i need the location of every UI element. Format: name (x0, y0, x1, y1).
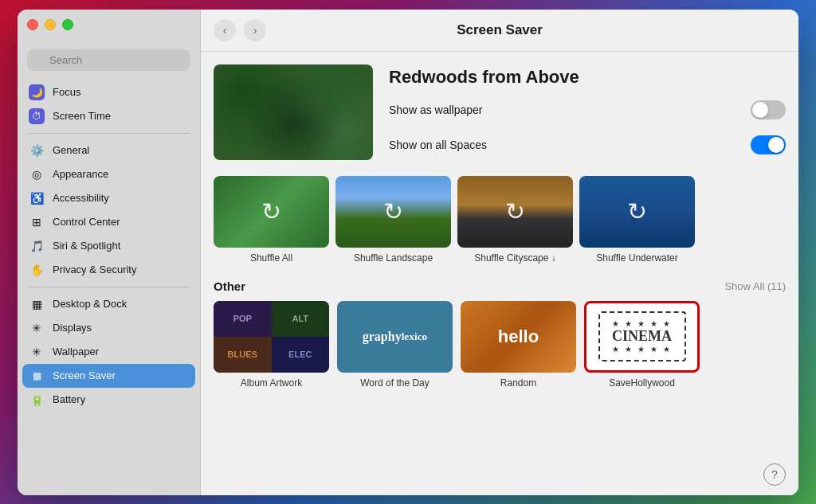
shuffle-cityscape-thumb: ↻ (457, 176, 573, 248)
random-thumb-inner: hello (461, 301, 576, 373)
help-button[interactable]: ? (763, 463, 786, 486)
siri-icon: 🎵 (29, 238, 45, 254)
sidebar-item-displays[interactable]: ✳ Displays (22, 316, 195, 340)
random-label: Random (500, 377, 536, 389)
preview-info: Redwoods from Above Show as wallpaper Sh… (389, 64, 786, 160)
sidebar: 🔍 🌙 Focus ⏱ Screen Time ⚙️ General ◎ App… (18, 10, 201, 495)
preview-thumbnail (214, 64, 373, 160)
displays-icon: ✳ (29, 320, 45, 336)
shuffle-landscape-thumb: ↻ (335, 176, 451, 248)
grid-item-shuffle-all[interactable]: ↻ Shuffle All (214, 176, 329, 264)
random-thumb: hello (461, 301, 576, 373)
sidebar-label-appearance: Appearance (53, 168, 108, 180)
grid-item-shuffle-cityscape[interactable]: ↻ Shuffle Cityscape ↓ (457, 176, 573, 264)
shuffle-underwater-thumb: ↻ (579, 176, 695, 248)
sidebar-label-wallpaper: Wallpaper (53, 346, 99, 357)
shuffle-underwater-icon: ↻ (627, 197, 647, 225)
sidebar-label-battery: Battery (53, 393, 85, 405)
other-header: Other Show All (11) (214, 279, 786, 293)
other-item-random[interactable]: hello Random (461, 301, 576, 389)
album-cell-2: ALT (272, 301, 330, 337)
savehollywood-thumb: ★ ★ ★ ★ ★ CINEMA ★ ★ ★ ★ ★ (584, 301, 700, 373)
focus-icon: 🌙 (29, 84, 45, 100)
sidebar-divider-1 (27, 133, 190, 134)
sidebar-item-accessibility[interactable]: ♿ Accessibility (22, 186, 195, 210)
minimize-button[interactable] (45, 19, 56, 30)
other-item-savehollywood[interactable]: ★ ★ ★ ★ ★ CINEMA ★ ★ ★ ★ ★ SaveHollywood (584, 301, 700, 389)
album-thumb: POP ALT BLUES ELEC (214, 301, 329, 373)
album-cell-3: BLUES (214, 337, 272, 373)
show-on-all-spaces-label: Show on all Spaces (389, 139, 487, 151)
album-cell-1: POP (214, 301, 272, 337)
privacy-icon: ✋ (29, 262, 45, 278)
show-all-link[interactable]: Show All (11) (724, 280, 786, 292)
main-content: ‹ › Screen Saver Redwoods from Above Sho… (201, 10, 798, 495)
wotd-inner: graphylexico (337, 301, 453, 373)
shuffle-all-icon: ↻ (261, 197, 281, 225)
sidebar-label-focus: Focus (53, 86, 80, 98)
battery-icon: 🔋 (29, 392, 45, 408)
sidebar-label-screentime: Screen Time (53, 110, 111, 122)
sidebar-item-wallpaper[interactable]: ✳ Wallpaper (22, 340, 195, 364)
wotd-thumb: graphylexico (337, 301, 453, 373)
grid-row-1: ↻ Shuffle All ↻ Shuffle Landscape (214, 176, 786, 264)
screensaver-icon: ▦ (29, 368, 45, 384)
preview-title: Redwoods from Above (389, 67, 786, 88)
album-thumb-inner: POP ALT BLUES ELEC (214, 301, 329, 373)
controlcenter-icon: ⊞ (29, 214, 45, 230)
titlebar: ‹ › Screen Saver (201, 10, 798, 52)
close-button[interactable] (27, 19, 38, 30)
search-input[interactable] (27, 49, 190, 71)
sidebar-label-siri: Siri & Spotlight (53, 240, 120, 252)
sidebar-label-desktopdock: Desktop & Dock (53, 298, 127, 310)
grid-item-shuffle-underwater[interactable]: ↻ Shuffle Underwater (579, 176, 695, 264)
other-item-wotd[interactable]: graphylexico Word of the Day (337, 301, 453, 389)
sidebar-item-battery[interactable]: 🔋 Battery (22, 388, 195, 412)
shuffle-all-thumb: ↻ (214, 176, 329, 248)
sidebar-item-desktopdock[interactable]: ▦ Desktop & Dock (22, 292, 195, 316)
sidebar-label-accessibility: Accessibility (53, 192, 109, 204)
shuffle-all-label: Shuffle All (250, 252, 292, 264)
forward-button[interactable]: › (244, 19, 266, 41)
sidebar-item-screentime[interactable]: ⏱ Screen Time (22, 104, 195, 128)
search-wrapper: 🔍 (27, 49, 190, 71)
accessibility-icon: ♿ (29, 190, 45, 206)
sidebar-section-main2: ▦ Desktop & Dock ✳ Displays ✳ Wallpaper … (18, 292, 200, 412)
show-as-wallpaper-toggle[interactable] (751, 100, 786, 119)
shuffle-all-inner: ↻ (214, 176, 329, 248)
show-on-all-spaces-toggle[interactable] (751, 135, 786, 154)
toggle-knob-wallpaper (752, 102, 768, 118)
sidebar-item-focus[interactable]: 🌙 Focus (22, 80, 195, 104)
grid-item-shuffle-landscape[interactable]: ↻ Shuffle Landscape (335, 176, 451, 264)
show-as-wallpaper-row: Show as wallpaper (389, 97, 786, 123)
content-area: Redwoods from Above Show as wallpaper Sh… (201, 52, 798, 495)
sidebar-item-screensaver[interactable]: ▦ Screen Saver (22, 364, 195, 388)
album-cell-4: ELEC (272, 337, 330, 373)
sidebar-label-privacy: Privacy & Security (53, 264, 136, 275)
shuffle-underwater-inner: ↻ (579, 176, 695, 248)
shuffle-landscape-label: Shuffle Landscape (354, 252, 433, 264)
sidebar-label-general: General (53, 144, 89, 156)
shuffle-landscape-inner: ↻ (335, 176, 451, 248)
other-section-title: Other (214, 279, 245, 293)
album-label: Album Artwork (241, 377, 302, 389)
cinema-ticket: ★ ★ ★ ★ ★ CINEMA ★ ★ ★ ★ ★ (598, 311, 686, 361)
back-button[interactable]: ‹ (214, 19, 236, 41)
preview-section: Redwoods from Above Show as wallpaper Sh… (214, 64, 786, 160)
toggle-knob-allspaces (768, 137, 784, 153)
sidebar-item-siri[interactable]: 🎵 Siri & Spotlight (22, 234, 195, 258)
show-as-wallpaper-label: Show as wallpaper (389, 104, 483, 116)
sidebar-item-privacy[interactable]: ✋ Privacy & Security (22, 258, 195, 282)
sidebar-divider-2 (27, 287, 190, 287)
sidebar-label-screensaver: Screen Saver (53, 369, 116, 381)
sidebar-item-controlcenter[interactable]: ⊞ Control Center (22, 210, 195, 234)
settings-window: 🔍 🌙 Focus ⏱ Screen Time ⚙️ General ◎ App… (18, 10, 798, 495)
traffic-lights (27, 19, 73, 30)
sidebar-item-general[interactable]: ⚙️ General (22, 139, 195, 162)
maximize-button[interactable] (62, 19, 73, 30)
page-title: Screen Saver (457, 22, 543, 38)
other-item-album[interactable]: POP ALT BLUES ELEC Album Artwork (214, 301, 329, 389)
canopy-bg (214, 64, 373, 160)
sidebar-item-appearance[interactable]: ◎ Appearance (22, 162, 195, 186)
cinema-stars-top: ★ ★ ★ ★ ★ (612, 319, 671, 328)
